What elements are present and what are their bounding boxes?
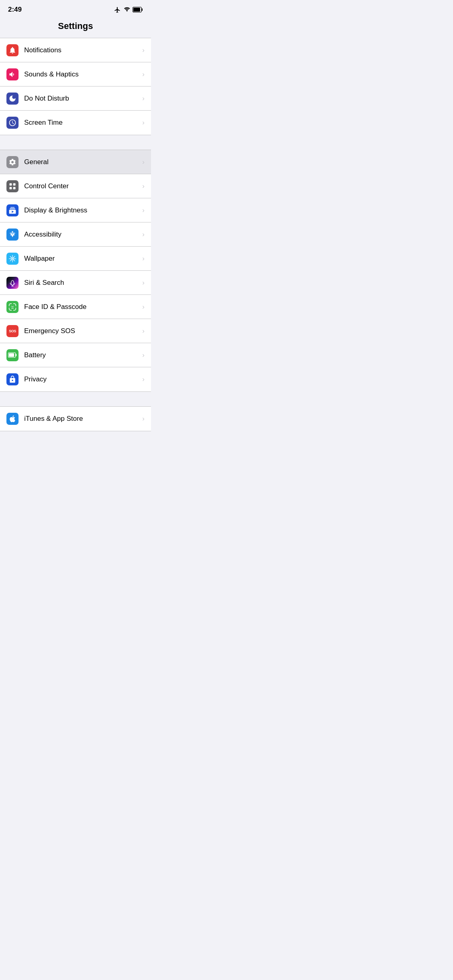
accessibility-label: Accessibility [24,231,139,239]
faceid-chevron: › [142,303,145,311]
sos-chevron: › [142,327,145,335]
appstore-icon [8,415,17,423]
svg-rect-27 [9,353,14,357]
svg-rect-26 [16,354,17,356]
sos-label: Emergency SOS [24,327,139,335]
general-icon [8,158,17,166]
sounds-icon [8,70,17,78]
wallpaper-label: Wallpaper [24,255,139,263]
settings-row-emergency-sos[interactable]: SOS Emergency SOS › [0,319,151,343]
notifications-icon-wrap [6,44,19,56]
control-center-chevron: › [142,182,145,190]
display-chevron: › [142,206,145,214]
privacy-chevron: › [142,375,145,383]
faceid-icon-wrap [6,301,19,313]
svg-rect-3 [133,8,140,12]
page-title: Settings [58,21,93,31]
faceid-label: Face ID & Passcode [24,303,139,311]
siri-label: Siri & Search [24,279,139,287]
settings-row-do-not-disturb[interactable]: Do Not Disturb › [0,86,151,111]
battery-icon-wrap [6,349,19,361]
settings-row-sounds-haptics[interactable]: Sounds & Haptics › [0,62,151,86]
general-chevron: › [142,158,145,166]
svg-rect-4 [10,183,12,185]
svg-point-19 [11,280,14,285]
notifications-icon [8,46,17,54]
accessibility-icon [8,231,17,239]
wallpaper-icon-wrap [6,253,19,265]
privacy-icon [8,375,17,383]
faceid-icon [8,303,17,311]
svg-point-0 [126,10,127,11]
settings-row-control-center[interactable]: Control Center › [0,174,151,198]
settings-row-screen-time[interactable]: Screen Time › [0,111,151,135]
screentime-chevron: › [142,119,145,127]
control-center-icon-wrap [6,180,19,192]
settings-row-general[interactable]: General › [0,150,151,174]
section-3: iTunes & App Store › [0,406,151,431]
section-1: Notifications › Sounds & Haptics › Do No… [0,38,151,135]
svg-point-22 [11,306,12,307]
privacy-icon-wrap [6,373,19,385]
siri-chevron: › [142,279,145,287]
appstore-chevron: › [142,415,145,423]
sounds-label: Sounds & Haptics [24,70,139,78]
battery-label: Battery [24,351,139,359]
settings-row-display-brightness[interactable]: Display & Brightness › [0,198,151,222]
settings-row-itunes-appstore[interactable]: iTunes & App Store › [0,407,151,431]
dnd-icon-wrap [6,93,19,105]
status-bar: 2:49 [0,0,151,17]
notifications-label: Notifications [24,46,139,54]
svg-line-15 [10,256,11,257]
svg-rect-2 [142,8,143,11]
svg-line-16 [14,260,15,261]
settings-row-wallpaper[interactable]: Wallpaper › [0,247,151,271]
battery-chevron: › [142,351,145,359]
sounds-icon-wrap [6,68,19,80]
svg-rect-7 [13,187,16,189]
dnd-icon [8,95,17,103]
airplane-icon [114,6,121,13]
screentime-icon [8,119,17,127]
sounds-chevron: › [142,70,145,78]
status-icons [114,6,143,13]
settings-row-siri-search[interactable]: Siri & Search › [0,271,151,295]
svg-line-17 [10,260,11,261]
dnd-label: Do Not Disturb [24,95,139,103]
settings-row-accessibility[interactable]: Accessibility › [0,222,151,247]
display-icon-wrap [6,204,19,216]
svg-rect-5 [13,183,16,185]
wallpaper-icon [8,255,17,263]
dnd-chevron: › [142,95,145,103]
display-icon [8,206,17,214]
page-header: Settings [0,17,151,38]
section-2: General › Control Center › Display & Bri… [0,150,151,392]
battery-status-icon [132,7,143,12]
settings-row-battery[interactable]: Battery › [0,343,151,367]
general-label: General [24,158,139,166]
sos-text-icon: SOS [9,329,16,333]
battery-row-icon [8,352,17,358]
accessibility-icon-wrap [6,229,19,241]
settings-row-privacy[interactable]: Privacy › [0,367,151,391]
wifi-icon [123,6,130,13]
privacy-label: Privacy [24,375,139,383]
screentime-icon-wrap [6,117,19,129]
wallpaper-chevron: › [142,255,145,263]
svg-point-23 [13,306,14,307]
display-label: Display & Brightness [24,206,139,214]
svg-point-10 [12,258,13,259]
control-center-label: Control Center [24,182,139,190]
appstore-label: iTunes & App Store [24,415,139,423]
notifications-chevron: › [142,46,145,54]
svg-rect-6 [10,187,12,189]
svg-point-8 [12,231,13,232]
general-icon-wrap [6,156,19,168]
screentime-label: Screen Time [24,119,139,127]
accessibility-chevron: › [142,231,145,239]
sos-icon-wrap: SOS [6,325,19,337]
status-time: 2:49 [8,6,22,14]
settings-row-face-id[interactable]: Face ID & Passcode › [0,295,151,319]
control-center-icon [8,182,17,190]
settings-row-notifications[interactable]: Notifications › [0,38,151,62]
